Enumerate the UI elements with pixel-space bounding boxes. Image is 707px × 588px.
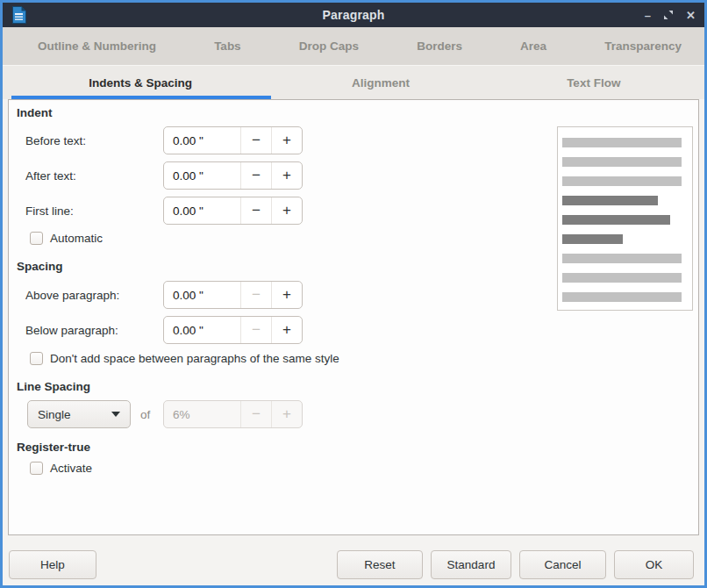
window-controls: – ✕: [645, 10, 696, 21]
below-paragraph-label: Below paragraph:: [25, 316, 118, 344]
automatic-checkbox-label[interactable]: Automatic: [50, 232, 103, 245]
chevron-down-icon: [111, 412, 120, 417]
indents-spacing-panel: Indent Before text: 0.00 " − + After tex…: [8, 99, 699, 535]
tab-area[interactable]: Area: [520, 39, 546, 53]
first-line-increment-button[interactable]: +: [271, 197, 302, 224]
preview-bar: [562, 138, 682, 147]
above-paragraph-decrement-button: −: [240, 282, 271, 308]
window-title: Paragraph: [3, 8, 704, 22]
after-text-input[interactable]: 0.00 ": [164, 162, 240, 189]
below-paragraph-spinbox: 0.00 " − +: [163, 316, 303, 344]
before-text-spinbox: 0.00 " − +: [163, 126, 303, 154]
ok-button[interactable]: OK: [614, 550, 694, 579]
line-spacing-increment-button: +: [271, 401, 302, 427]
help-button[interactable]: Help: [9, 550, 96, 579]
tab-indents-spacing[interactable]: Indents & Spacing: [3, 66, 278, 99]
tab-borders[interactable]: Borders: [417, 39, 462, 53]
activate-checkbox-label[interactable]: Activate: [50, 462, 92, 475]
tab-alignment[interactable]: Alignment: [278, 66, 482, 99]
automatic-checkbox[interactable]: [30, 232, 43, 245]
after-text-spinbox: 0.00 " − +: [163, 161, 303, 190]
tab-tabs[interactable]: Tabs: [214, 39, 241, 53]
below-paragraph-increment-button[interactable]: +: [271, 317, 302, 343]
after-text-increment-button[interactable]: +: [271, 162, 302, 189]
below-paragraph-decrement-button: −: [240, 317, 271, 343]
above-paragraph-input[interactable]: 0.00 ": [164, 282, 240, 308]
above-paragraph-spinbox: 0.00 " − +: [163, 281, 303, 309]
reset-button[interactable]: Reset: [337, 550, 423, 579]
tab-row-primary: Indents & Spacing Alignment Text Flow: [3, 66, 704, 99]
cancel-button[interactable]: Cancel: [519, 550, 606, 579]
preview-bar: [562, 176, 682, 186]
restore-icon[interactable]: [663, 10, 674, 20]
tab-row-secondary: Outline & Numbering Tabs Drop Caps Borde…: [3, 27, 704, 66]
activate-checkbox[interactable]: [30, 462, 43, 475]
minimize-icon[interactable]: –: [645, 10, 651, 21]
preview-bar: [562, 157, 682, 167]
before-text-increment-button[interactable]: +: [271, 127, 302, 154]
tab-outline-numbering[interactable]: Outline & Numbering: [38, 39, 156, 53]
preview-bar: [562, 234, 623, 244]
dont-add-space-checkbox-label[interactable]: Don't add space between paragraphs of th…: [50, 352, 339, 365]
tab-drop-caps[interactable]: Drop Caps: [299, 39, 359, 53]
dont-add-space-checkbox-row: Don't add space between paragraphs of th…: [30, 352, 339, 365]
above-paragraph-increment-button[interactable]: +: [271, 282, 302, 308]
automatic-checkbox-row: Automatic: [30, 232, 103, 245]
before-text-decrement-button[interactable]: −: [240, 127, 271, 154]
preview-bar: [562, 292, 682, 302]
action-buttons: Reset Standard Cancel OK: [337, 550, 694, 579]
line-spacing-decrement-button: −: [240, 401, 271, 427]
preview-bar: [562, 215, 670, 225]
preview-bars: [562, 138, 688, 302]
before-text-input[interactable]: 0.00 ": [164, 127, 240, 154]
line-spacing-value-input: 6%: [164, 401, 240, 427]
tab-text-flow[interactable]: Text Flow: [483, 66, 704, 99]
tab-transparency[interactable]: Transparency: [604, 39, 682, 53]
after-text-decrement-button[interactable]: −: [240, 162, 271, 189]
writer-document-icon: [11, 6, 26, 24]
dialog-button-bar: Help Reset Standard Cancel OK: [3, 535, 704, 585]
activate-checkbox-row: Activate: [30, 462, 92, 475]
titlebar: Paragraph – ✕: [3, 3, 704, 27]
preview-bar: [562, 196, 658, 205]
paragraph-dialog: { "window": { "title": "Paragraph", "min…: [0, 0, 707, 588]
indent-heading: Indent: [17, 106, 53, 119]
below-paragraph-input[interactable]: 0.00 ": [164, 317, 240, 343]
after-text-label: After text:: [25, 161, 76, 190]
line-spacing-value-spinbox: 6% − +: [163, 400, 303, 428]
line-spacing-dropdown-value: Single: [38, 408, 71, 421]
spacing-heading: Spacing: [17, 260, 63, 273]
first-line-input[interactable]: 0.00 ": [164, 197, 240, 224]
close-icon[interactable]: ✕: [686, 10, 696, 21]
of-label: of: [140, 400, 150, 428]
dont-add-space-checkbox[interactable]: [30, 352, 43, 365]
first-line-label: First line:: [25, 197, 74, 225]
line-spacing-heading: Line Spacing: [17, 380, 90, 393]
standard-button[interactable]: Standard: [431, 550, 511, 579]
first-line-spinbox: 0.00 " − +: [163, 197, 303, 225]
above-paragraph-label: Above paragraph:: [25, 281, 119, 309]
paragraph-preview: [557, 126, 693, 311]
preview-bar: [562, 273, 682, 283]
first-line-decrement-button[interactable]: −: [240, 197, 271, 224]
line-spacing-dropdown[interactable]: Single: [27, 400, 131, 428]
preview-bar: [562, 254, 682, 263]
register-true-heading: Register-true: [17, 441, 90, 454]
before-text-label: Before text:: [25, 126, 86, 154]
